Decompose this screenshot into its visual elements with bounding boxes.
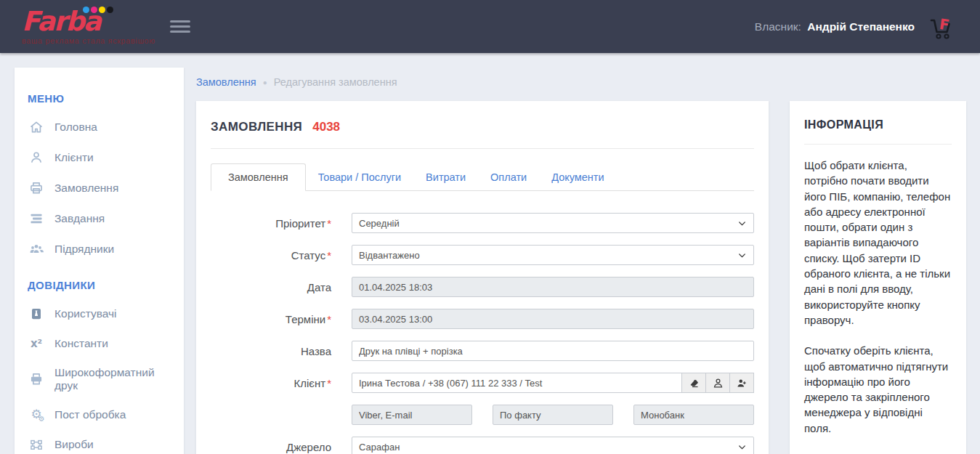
order-name-field[interactable]: [352, 341, 754, 361]
form-row-source: Джерело Сарафан: [211, 437, 754, 454]
required-mark: *: [327, 249, 331, 262]
sidebar-item-label: Вироби: [54, 438, 94, 451]
contractors-icon: [28, 242, 45, 256]
required-mark: *: [327, 313, 331, 325]
status-label: Статус*: [211, 249, 331, 262]
form-row-name: Назва: [211, 341, 754, 361]
breadcrumb-orders-link[interactable]: Замовлення: [196, 76, 256, 88]
owner-label: Власник:: [755, 20, 801, 33]
hamburger-menu-icon[interactable]: [169, 13, 192, 40]
deadline-field: [352, 309, 754, 329]
deadline-label: Терміни*: [211, 313, 331, 325]
sidebar-item-label: Клієнти: [54, 151, 94, 164]
breadcrumb-separator: ●: [263, 78, 267, 86]
cmyk-dots-icon: [83, 7, 113, 13]
cart-icon[interactable]: F: [926, 13, 957, 44]
source-select[interactable]: Сарафан: [352, 437, 754, 454]
sidebar-item-contractors[interactable]: Підрядники: [28, 234, 171, 264]
sidebar-item-label: Широкоформатний друк: [54, 366, 171, 392]
order-number: 4038: [312, 120, 340, 134]
form-row-date: Дата: [211, 277, 754, 297]
form-row-deadline: Терміни*: [211, 309, 754, 329]
owner-name: Андрій Степаненко: [807, 20, 915, 33]
priority-label: Пріоритет*: [211, 217, 331, 230]
sidebar-item-wide-format-print[interactable]: Широкоформатний друк: [28, 358, 171, 400]
info-paragraph: "Дата готовності" і "Дата відвантаження"…: [804, 451, 952, 454]
source-label: Джерело: [211, 441, 331, 453]
header-divider: [211, 148, 754, 149]
sidebar-item-label: Головна: [54, 121, 97, 134]
sidebar-item-label: Константи: [54, 337, 108, 350]
logo-tagline: ваша реклама стала яскравішою: [22, 36, 131, 45]
order-header: ЗАМОВЛЕННЯ 4038: [211, 115, 754, 134]
logo-text: Farba: [22, 9, 131, 35]
printer-icon: [28, 181, 45, 195]
chevron-down-icon: [737, 219, 747, 228]
info-paragraph: Щоб обрати клієнта, потрібно почати ввод…: [804, 158, 952, 328]
chevron-down-icon: [737, 251, 747, 260]
person-icon: [713, 378, 724, 389]
owner-info: Власник: Андрій Степаненко: [755, 20, 915, 33]
home-icon: [28, 120, 45, 134]
add-client-button[interactable]: [729, 373, 754, 393]
required-mark: *: [327, 217, 331, 230]
priority-select[interactable]: Середній: [352, 213, 754, 233]
name-label: Назва: [211, 345, 331, 357]
payment-method-field: [633, 405, 754, 425]
order-edit-card: ЗАМОВЛЕННЯ 4038 Замовлення Товари / Посл…: [196, 101, 769, 454]
sidebar: МЕНЮ Головна Клієнти Замовлення Завдання…: [15, 68, 184, 454]
info-panel-title: ІНФОРМАЦІЯ: [804, 115, 952, 131]
form-row-status: Статус* Відвантажено: [211, 245, 754, 265]
sidebar-section-menu: МЕНЮ: [28, 92, 171, 105]
sidebar-item-post-processing[interactable]: ⚙⚙ Пост обробка: [28, 400, 171, 429]
sidebar-item-orders[interactable]: Замовлення: [28, 173, 171, 203]
tab-expenses[interactable]: Витрати: [413, 164, 478, 190]
tab-order[interactable]: Замовлення: [211, 163, 306, 191]
wide-printer-icon: [28, 372, 45, 386]
person-plus-icon: [736, 378, 748, 389]
sidebar-item-tasks[interactable]: Завдання: [28, 203, 171, 234]
gears-icon: ⚙⚙: [28, 408, 45, 421]
sidebar-item-label: Підрядники: [54, 243, 114, 256]
sidebar-item-users[interactable]: Користувачі: [28, 299, 171, 329]
client-icon: [28, 150, 45, 165]
form-row-client-extra: [211, 405, 754, 425]
form-row-client: Клієнт*: [211, 373, 754, 393]
sidebar-item-label: Замовлення: [54, 182, 118, 195]
sidebar-item-clients[interactable]: Клієнти: [28, 142, 171, 173]
status-value: Відвантажено: [359, 250, 737, 261]
required-mark: *: [327, 377, 331, 389]
client-label: Клієнт*: [211, 377, 331, 389]
chevron-down-icon: [737, 442, 747, 452]
order-tabs: Замовлення Товари / Послуги Витрати Опла…: [211, 163, 754, 191]
sidebar-item-label: Завдання: [54, 212, 105, 225]
status-select[interactable]: Відвантажено: [352, 245, 754, 265]
date-label: Дата: [211, 281, 331, 293]
page-title: ЗАМОВЛЕННЯ: [211, 120, 302, 134]
client-contact-field: [352, 405, 472, 425]
sidebar-item-home[interactable]: Головна: [28, 112, 171, 142]
payment-terms-field: [493, 405, 613, 425]
date-field: [352, 277, 754, 297]
x2-icon: x²: [28, 337, 45, 350]
breadcrumb-current: Редагування замовлення: [274, 76, 397, 88]
tab-goods-services[interactable]: Товари / Послуги: [306, 164, 413, 190]
vector-icon: [28, 437, 45, 452]
clear-client-button[interactable]: [681, 373, 706, 393]
priority-value: Середній: [359, 218, 737, 229]
sidebar-item-products[interactable]: Вироби: [28, 429, 171, 454]
view-client-button[interactable]: [705, 373, 730, 393]
tab-documents[interactable]: Документи: [539, 164, 616, 190]
source-value: Сарафан: [359, 442, 737, 453]
tab-payments[interactable]: Оплати: [478, 164, 539, 190]
form-row-priority: Пріоритет* Середній: [211, 213, 754, 233]
farba-logo[interactable]: Farba ваша реклама стала яскравішою: [22, 9, 131, 45]
id-badge-icon: [28, 307, 45, 321]
top-bar: Farba ваша реклама стала яскравішою Влас…: [0, 0, 980, 53]
sidebar-item-constants[interactable]: x² Константи: [28, 329, 171, 358]
info-divider: [804, 144, 952, 145]
eraser-icon: [689, 378, 700, 389]
info-panel: ІНФОРМАЦІЯ Щоб обрати клієнта, потрібно …: [790, 101, 966, 454]
info-paragraph: Спочатку оберіть клієнта, щоб автоматичн…: [804, 343, 952, 436]
client-field[interactable]: [352, 373, 682, 393]
